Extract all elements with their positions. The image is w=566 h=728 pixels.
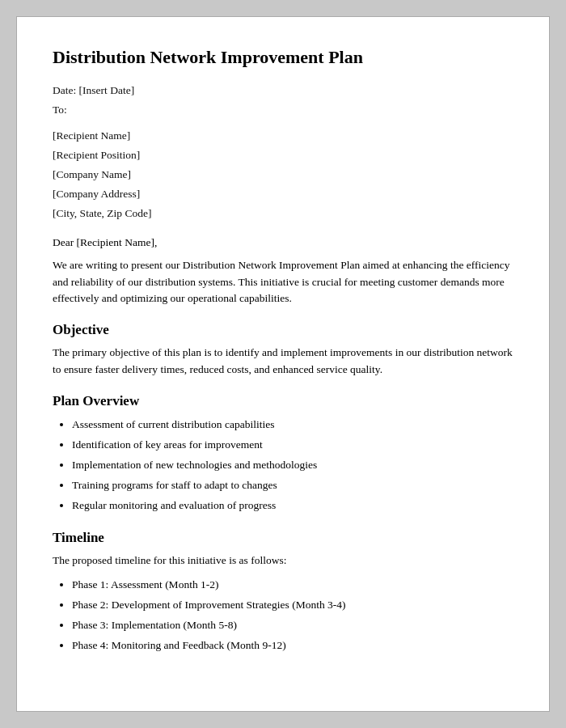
timeline-phase-3: Phase 3: Implementation (Month 5-8): [72, 616, 513, 635]
list-item: Training programs for staff to adapt to …: [72, 476, 513, 495]
timeline-phase-1: Phase 1: Assessment (Month 1-2): [72, 576, 513, 595]
objective-heading: Objective: [53, 322, 513, 338]
document-container: Distribution Network Improvement Plan Da…: [16, 16, 550, 712]
plan-overview-list: Assessment of current distribution capab…: [53, 416, 513, 515]
objective-body: The primary objective of this plan is to…: [53, 345, 513, 379]
timeline-list: Phase 1: Assessment (Month 1-2) Phase 2:…: [53, 576, 513, 655]
timeline-phase-2: Phase 2: Development of Improvement Stra…: [72, 596, 513, 615]
city-state-zip: [City, State, Zip Code]: [53, 207, 513, 220]
document-title: Distribution Network Improvement Plan: [53, 46, 513, 70]
recipient-position: [Recipient Position]: [53, 149, 513, 162]
list-item: Assessment of current distribution capab…: [72, 416, 513, 434]
list-item: Implementation of new technologies and m…: [72, 456, 513, 475]
date-line: Date: [Insert Date]: [53, 84, 513, 97]
timeline-intro: The proposed timeline for this initiativ…: [53, 552, 513, 569]
plan-overview-heading: Plan Overview: [53, 393, 513, 409]
timeline-heading: Timeline: [53, 530, 513, 546]
to-line: To:: [53, 104, 513, 116]
list-item: Identification of key areas for improvem…: [72, 436, 513, 455]
greeting-line: Dear [Recipient Name],: [53, 236, 513, 249]
timeline-phase-4: Phase 4: Monitoring and Feedback (Month …: [72, 637, 513, 655]
list-item: Regular monitoring and evaluation of pro…: [72, 497, 513, 515]
intro-paragraph: We are writing to present our Distributi…: [53, 257, 513, 308]
recipient-name: [Recipient Name]: [53, 129, 513, 142]
company-name: [Company Name]: [53, 168, 513, 181]
company-address: [Company Address]: [53, 188, 513, 201]
